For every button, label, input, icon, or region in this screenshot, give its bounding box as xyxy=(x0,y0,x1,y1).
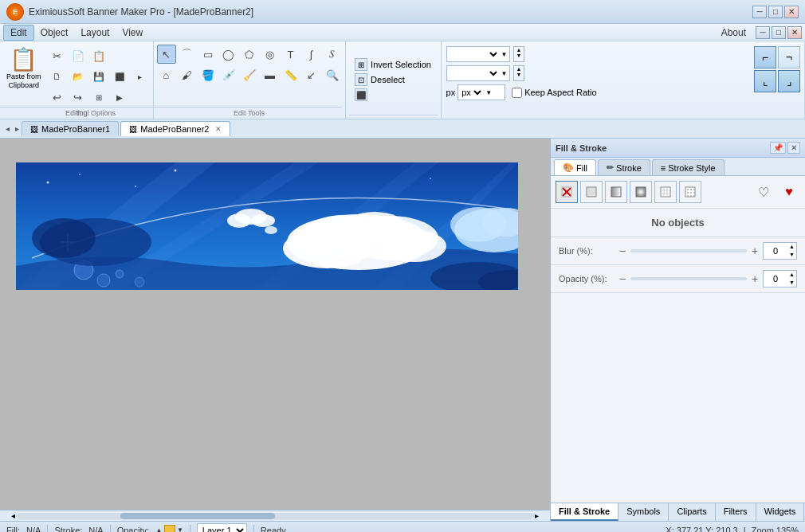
opacity-status-down[interactable]: ▼ xyxy=(177,526,183,532)
rect2-tool-button[interactable]: ▬ xyxy=(261,65,280,84)
ellipse-tool-button[interactable]: ◯ xyxy=(219,45,238,64)
horizontal-scrollbar[interactable]: ◂ ▸ xyxy=(0,510,550,521)
opacity-up-arrow[interactable]: ▲ xyxy=(787,271,796,279)
bottom-tab-widgets[interactable]: Widgets xyxy=(756,503,805,521)
more-button[interactable]: ▸ xyxy=(131,67,150,86)
text-tool-button[interactable]: T xyxy=(281,45,300,64)
layer-select[interactable]: Layer 1 xyxy=(197,523,247,533)
eyedrop-tool-button[interactable]: 💉 xyxy=(219,65,238,84)
scroll-right-button[interactable]: ▸ xyxy=(533,511,540,520)
menu-layout[interactable]: Layout xyxy=(74,25,116,40)
grid-button[interactable]: ⊞ xyxy=(89,88,108,107)
blur-down-arrow[interactable]: ▼ xyxy=(787,251,796,259)
bottom-tab-symbols[interactable]: Symbols xyxy=(618,503,669,521)
measure-tool-button[interactable]: 📏 xyxy=(281,65,300,84)
fill-opt-linear[interactable] xyxy=(605,181,627,203)
tab-fill[interactable]: 🎨 Fill xyxy=(554,159,596,175)
arrow-tool-button[interactable]: ↙ xyxy=(302,65,321,84)
node-tool-button[interactable]: ⌂ xyxy=(157,65,176,84)
menu-view[interactable]: View xyxy=(116,25,149,40)
opacity-track[interactable] xyxy=(630,277,747,280)
bezier-tool-button[interactable]: 𝑆 xyxy=(323,45,342,64)
fill-heart-outline[interactable]: ♡ xyxy=(752,181,775,203)
tab-close-button[interactable]: ✕ xyxy=(215,125,222,133)
menu-edit[interactable]: Edit xyxy=(3,25,34,41)
blur-spinner[interactable]: ▲ ▼ xyxy=(763,242,797,260)
align-bl-button[interactable]: ⌞ xyxy=(754,70,776,92)
maximize-button[interactable]: □ xyxy=(768,6,783,18)
eraser-tool-button[interactable]: 🧹 xyxy=(240,65,259,84)
bottom-tab-fill-stroke[interactable]: Fill & Stroke xyxy=(551,503,618,521)
about-button[interactable]: About xyxy=(715,25,752,40)
option-dropdown-1[interactable] xyxy=(447,49,500,60)
rect-tool-button[interactable]: ▭ xyxy=(198,45,218,64)
blur-plus-button[interactable]: + xyxy=(752,244,758,257)
undo-button[interactable]: ↩ xyxy=(48,88,67,107)
keep-aspect-checkbox[interactable] xyxy=(512,88,522,98)
fill-opt-pattern[interactable] xyxy=(654,181,677,203)
px-dropdown[interactable]: px xyxy=(458,87,484,98)
bottom-tab-cliparts[interactable]: Cliparts xyxy=(669,503,715,521)
fill-heart-solid[interactable]: ♥ xyxy=(778,181,800,203)
paste-from-clipboard-button[interactable]: 📋 Paste fromClipboard xyxy=(3,45,45,92)
opacity-color-swatch[interactable] xyxy=(164,525,175,533)
panel-minimize-button[interactable]: ─ xyxy=(756,26,770,39)
tab-banner2[interactable]: 🖼 MadeProBanner2 ✕ xyxy=(120,121,230,136)
opacity-spinner[interactable]: ▲ ▼ xyxy=(763,270,797,288)
open-button[interactable]: 📂 xyxy=(69,67,88,86)
paint-tool-button[interactable]: 🖌 xyxy=(178,65,197,84)
preview-button[interactable]: ▶ xyxy=(110,88,129,107)
export-button[interactable]: ⬛ xyxy=(110,67,129,86)
tab-stroke[interactable]: ✏ Stroke xyxy=(598,159,650,175)
blur-minus-button[interactable]: − xyxy=(619,244,626,257)
tab-banner1[interactable]: 🖼 MadeProBanner1 xyxy=(22,121,119,136)
curve-tool-button[interactable]: ∫ xyxy=(302,45,321,64)
tab-stroke-style[interactable]: ≡ Stroke Style xyxy=(652,159,724,175)
option-dropdown-2[interactable] xyxy=(447,68,500,79)
fill-opt-texture[interactable] xyxy=(679,181,701,203)
panel-pin-button[interactable]: 📌 xyxy=(770,142,786,154)
tab-next-button[interactable]: ▸ xyxy=(13,123,22,134)
paste-button[interactable]: 📋 xyxy=(89,46,108,65)
close-button[interactable]: ✕ xyxy=(784,6,799,18)
panel-close-button[interactable]: ✕ xyxy=(787,26,802,39)
align-tr-button[interactable]: ¬ xyxy=(778,46,800,68)
minimize-button[interactable]: ─ xyxy=(752,6,767,18)
scroll-thumb[interactable] xyxy=(120,513,275,519)
opacity-input[interactable] xyxy=(764,271,787,287)
fill-tool-button[interactable]: 🪣 xyxy=(198,65,218,84)
opacity-plus-button[interactable]: + xyxy=(752,272,758,285)
deselect-button[interactable]: ⊡ Deselect xyxy=(355,73,431,86)
fill-opt-none[interactable] xyxy=(556,181,578,203)
align-tl-button[interactable]: ⌐ xyxy=(754,46,776,68)
something-button[interactable]: ⬛ xyxy=(355,88,431,101)
spiral-tool-button[interactable]: ◎ xyxy=(261,45,280,64)
redo-button[interactable]: ↪ xyxy=(69,88,88,107)
opacity-minus-button[interactable]: − xyxy=(619,272,626,285)
zoom-tool-button[interactable]: 🔍 xyxy=(323,65,342,84)
save-button[interactable]: 💾 xyxy=(89,67,108,86)
fill-opt-radial[interactable] xyxy=(630,181,652,203)
menu-object[interactable]: Object xyxy=(34,25,75,40)
blur-input[interactable] xyxy=(764,243,787,259)
copy-button[interactable]: 📄 xyxy=(69,46,88,65)
select-tool-button[interactable]: ↖ xyxy=(157,45,176,64)
align-br-button[interactable]: ⌟ xyxy=(778,70,800,92)
bottom-tab-filters[interactable]: Filters xyxy=(716,503,756,521)
opacity-status-up[interactable]: ▲ xyxy=(155,526,163,533)
blur-up-arrow[interactable]: ▲ xyxy=(787,243,796,251)
panel-maximize-button[interactable]: □ xyxy=(772,26,786,39)
scroll-left-button[interactable]: ◂ xyxy=(10,511,17,520)
polygon-tool-button[interactable]: ⬠ xyxy=(240,45,259,64)
invert-selection-button[interactable]: ⊞ Invert Selection xyxy=(355,58,431,71)
new-button[interactable]: 🗋 xyxy=(48,67,67,86)
cut-button[interactable]: ✂ xyxy=(48,46,67,65)
panel-close-btn[interactable]: ✕ xyxy=(787,142,800,154)
opacity-spin-arrows: ▲ ▼ xyxy=(787,271,796,287)
blur-track[interactable] xyxy=(630,249,747,252)
fill-opt-flat[interactable] xyxy=(580,181,603,203)
tab-prev-button[interactable]: ◂ xyxy=(3,123,12,134)
canvas-area[interactable] xyxy=(0,139,550,510)
lasso-tool-button[interactable]: ⌒ xyxy=(178,45,197,64)
opacity-down-arrow[interactable]: ▼ xyxy=(787,279,796,287)
